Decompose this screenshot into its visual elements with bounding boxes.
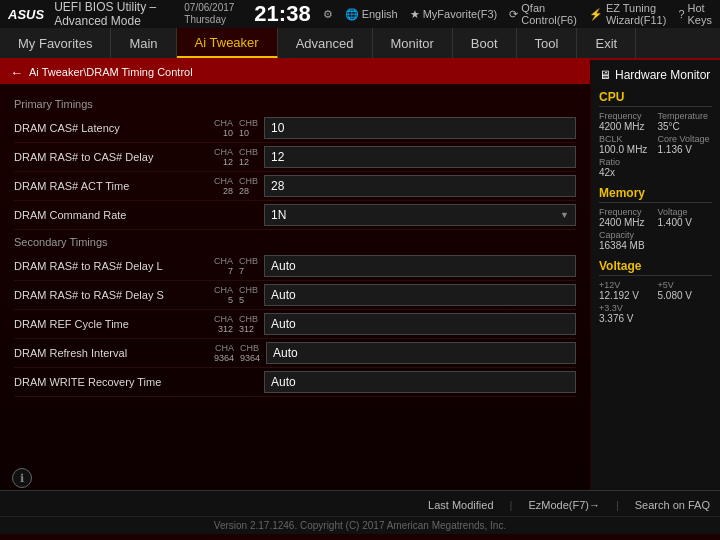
separator2: |: [616, 499, 619, 511]
v12-label: +12V: [599, 280, 654, 290]
separator1: |: [510, 499, 513, 511]
breadcrumb: ← Ai Tweaker\DRAM Timing Control: [0, 60, 590, 84]
cpu-temp-label: Temperature: [658, 111, 713, 121]
last-modified-label: Last Modified: [428, 499, 493, 511]
ras-ras-l-cha-chb: CHACHB 77: [214, 256, 258, 276]
memory-section-title: Memory: [599, 186, 712, 203]
cpu-bclk-value: 100.0 MHz: [599, 144, 654, 155]
back-arrow-icon[interactable]: ←: [10, 65, 23, 80]
setting-row-ref-cycle-time: DRAM REF Cycle Time CHACHB 312312 Auto: [14, 310, 576, 339]
cpu-ratio-value: 42x: [599, 167, 712, 178]
mem-volt-value: 1.400 V: [658, 217, 713, 228]
mem-cap-label: Capacity: [599, 230, 712, 240]
voltage-section-title: Voltage: [599, 259, 712, 276]
ras-act-time-value[interactable]: 28: [264, 175, 576, 197]
ras-ras-delay-l-label: DRAM RAS# to RAS# Delay L: [14, 260, 214, 272]
qfan-label: Qfan Control(F6): [521, 2, 577, 26]
datetime-block: 07/06/2017 Thursday: [184, 2, 234, 26]
tab-main[interactable]: Main: [111, 28, 176, 58]
secondary-timings-label: Secondary Timings: [14, 236, 576, 248]
asus-logo: ASUS: [8, 7, 44, 22]
mem-volt-label: Voltage: [658, 207, 713, 217]
ez-mode-button[interactable]: EzMode(F7)→: [528, 499, 600, 511]
top-bar: ASUS UEFI BIOS Utility – Advanced Mode 0…: [0, 0, 720, 28]
command-rate-label: DRAM Command Rate: [14, 209, 214, 221]
lightning-icon: ⚡: [589, 8, 603, 21]
ras-ras-s-cha-chb: CHACHB 55: [214, 285, 258, 305]
refresh-interval-value[interactable]: Auto: [266, 342, 576, 364]
setting-row-ras-cas-delay: DRAM RAS# to CAS# Delay CHACHB 1212 12: [14, 143, 576, 172]
memory-stats: Frequency 2400 MHz Voltage 1.400 V Capac…: [599, 207, 712, 251]
ref-cycle-cha-chb: CHACHB 312312: [214, 314, 258, 334]
mem-freq-label: Frequency: [599, 207, 654, 217]
qfan-control[interactable]: ⟳ Qfan Control(F6): [509, 2, 577, 26]
cpu-stats: Frequency 4200 MHz Temperature 35°C BCLK…: [599, 111, 712, 178]
ras-ras-delay-s-value[interactable]: Auto: [264, 284, 576, 306]
ref-cycle-time-label: DRAM REF Cycle Time: [14, 318, 214, 330]
fan-icon: ⟳: [509, 8, 518, 21]
star-icon: ★: [410, 8, 420, 21]
language-selector[interactable]: 🌐 English: [345, 8, 398, 21]
cas-latency-value[interactable]: 10: [264, 117, 576, 139]
cas-latency-label: DRAM CAS# Latency: [14, 122, 214, 134]
breadcrumb-path: Ai Tweaker\DRAM Timing Control: [29, 66, 193, 78]
tab-tool[interactable]: Tool: [517, 28, 578, 58]
time-display: 21:38: [254, 3, 310, 25]
tab-ai-tweaker[interactable]: Ai Tweaker: [177, 28, 278, 58]
cpu-ratio-label: Ratio: [599, 157, 712, 167]
hot-keys[interactable]: ? Hot Keys: [678, 2, 712, 26]
cpu-freq-value: 4200 MHz: [599, 121, 654, 132]
bottom-bar: Last Modified | EzMode(F7)→ | Search on …: [0, 490, 720, 534]
ras-cas-delay-label: DRAM RAS# to CAS# Delay: [14, 151, 214, 163]
cpu-section-title: CPU: [599, 90, 712, 107]
v12-value: 12.192 V: [599, 290, 654, 301]
tab-advanced[interactable]: Advanced: [278, 28, 373, 58]
setting-row-ras-ras-delay-l: DRAM RAS# to RAS# Delay L CHACHB 77 Auto: [14, 252, 576, 281]
tab-boot[interactable]: Boot: [453, 28, 517, 58]
cas-cha-chb: CHACHB 1010: [214, 118, 258, 138]
mem-freq-value: 2400 MHz: [599, 217, 654, 228]
help-icon: ?: [678, 8, 684, 20]
ras-act-cha-chb: CHACHB 2828: [214, 176, 258, 196]
refresh-interval-cha-chb: CHACHB 93649364: [214, 343, 260, 363]
ras-cas-cha-chb: CHACHB 1212: [214, 147, 258, 167]
ras-ras-delay-l-value[interactable]: Auto: [264, 255, 576, 277]
ras-cas-delay-value[interactable]: 12: [264, 146, 576, 168]
v33-label: +3.3V: [599, 303, 712, 313]
refresh-interval-label: DRAM Refresh Interval: [14, 347, 214, 359]
primary-timings-label: Primary Timings: [14, 98, 576, 110]
my-favorites-label: MyFavorite(F3): [423, 8, 498, 20]
hw-monitor-title: Hardware Monitor: [615, 68, 710, 82]
ez-tuning-label: EZ Tuning Wizard(F11): [606, 2, 667, 26]
tab-monitor[interactable]: Monitor: [373, 28, 453, 58]
ez-tuning-wizard[interactable]: ⚡ EZ Tuning Wizard(F11): [589, 2, 667, 26]
bottom-copyright: Version 2.17.1246. Copyright (C) 2017 Am…: [0, 517, 720, 531]
ras-ras-delay-s-label: DRAM RAS# to RAS# Delay S: [14, 289, 214, 301]
command-rate-dropdown[interactable]: 1N: [264, 204, 576, 226]
cpu-freq-label: Frequency: [599, 111, 654, 121]
tab-my-favorites[interactable]: My Favorites: [0, 28, 111, 58]
day-display: Thursday: [184, 14, 234, 26]
cpu-volt-label: Core Voltage: [658, 134, 713, 144]
setting-row-ras-ras-delay-s: DRAM RAS# to RAS# Delay S CHACHB 55 Auto: [14, 281, 576, 310]
setting-row-ras-act-time: DRAM RAS# ACT Time CHACHB 2828 28: [14, 172, 576, 201]
language-label: English: [362, 8, 398, 20]
info-button[interactable]: ℹ: [12, 468, 32, 488]
right-panel: 🖥 Hardware Monitor CPU Frequency 4200 MH…: [590, 60, 720, 490]
write-recovery-value[interactable]: Auto: [264, 371, 576, 393]
ref-cycle-time-value[interactable]: Auto: [264, 313, 576, 335]
bottom-actions: Last Modified | EzMode(F7)→ | Search on …: [0, 495, 720, 517]
search-faq-button[interactable]: Search on FAQ: [635, 499, 710, 511]
mem-cap-value: 16384 MB: [599, 240, 712, 251]
voltage-stats: +12V 12.192 V +5V 5.080 V +3.3V 3.376 V: [599, 280, 712, 324]
monitor-icon: 🖥: [599, 68, 611, 82]
tab-exit[interactable]: Exit: [577, 28, 636, 58]
hw-monitor-header: 🖥 Hardware Monitor: [599, 68, 712, 82]
cpu-volt-value: 1.136 V: [658, 144, 713, 155]
settings-area: Primary Timings DRAM CAS# Latency CHACHB…: [0, 84, 590, 490]
top-bar-right: 07/06/2017 Thursday 21:38 ⚙ 🌐 English ★ …: [184, 2, 712, 26]
nav-tabs: My Favorites Main Ai Tweaker Advanced Mo…: [0, 28, 720, 60]
gear-icon[interactable]: ⚙: [323, 8, 333, 21]
my-favorites-shortcut[interactable]: ★ MyFavorite(F3): [410, 8, 498, 21]
hot-keys-label: Hot Keys: [688, 2, 712, 26]
